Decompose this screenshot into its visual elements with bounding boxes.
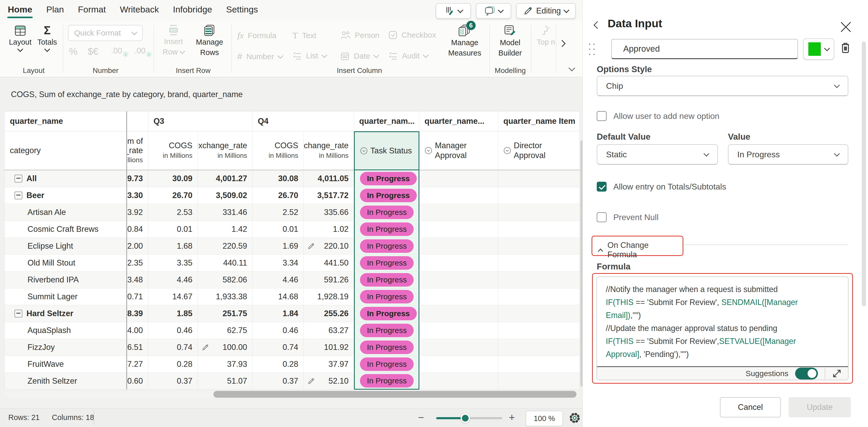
option-color-picker[interactable] — [803, 38, 834, 60]
row-label-all[interactable]: All — [5, 170, 127, 187]
cell-value[interactable]: 220.10 — [304, 238, 354, 255]
zoom-slider[interactable] — [436, 417, 502, 419]
status-header-task-status[interactable]: Task Status — [354, 131, 420, 170]
task-status-cell[interactable]: In Progress — [354, 238, 420, 255]
row-label-hard-seltzer[interactable]: Hard Seltzer — [5, 305, 127, 322]
hscroll-thumb[interactable] — [213, 391, 577, 398]
status-group-header[interactable]: quarter_name... — [420, 111, 498, 131]
manager-approval-cell[interactable] — [420, 255, 498, 272]
on-change-formula-toggle[interactable]: On Change Formula — [592, 236, 683, 263]
row-label-riverbend-ipa[interactable]: Riverbend IPA — [5, 272, 127, 288]
collapse-toggle[interactable] — [14, 310, 22, 317]
table-horizontal-scrollbar[interactable] — [4, 391, 579, 398]
zoom-in-button[interactable]: + — [509, 412, 515, 423]
row-label-fizzjoy[interactable]: FizzJoy — [5, 339, 127, 356]
table-settings-gear-icon[interactable] — [568, 411, 582, 425]
writeback-columns-button[interactable] — [436, 3, 471, 19]
menu-plan[interactable]: Plan — [45, 4, 64, 17]
status-header-manager-approval[interactable]: Manager Approval — [420, 131, 498, 170]
decrease-decimal-icon[interactable]: .00‹ — [111, 46, 128, 56]
allow-new-option-checkbox[interactable] — [597, 111, 607, 121]
manager-approval-cell[interactable] — [420, 238, 498, 255]
director-approval-cell[interactable] — [498, 339, 580, 356]
layout-button[interactable]: Layout — [8, 24, 33, 52]
director-approval-cell[interactable] — [498, 272, 580, 288]
close-icon[interactable] — [840, 20, 851, 31]
group-header-Q4[interactable]: Q4 — [253, 111, 354, 131]
back-chevron-icon[interactable] — [595, 22, 600, 29]
increase-decimal-icon[interactable]: .00› — [134, 46, 152, 56]
zoom-slider-thumb[interactable] — [461, 414, 470, 423]
row-label-fruitwave[interactable]: FruitWave — [5, 356, 127, 373]
row-label-eclipse-light[interactable]: Eclipse Light — [5, 238, 127, 255]
manager-approval-cell[interactable] — [420, 187, 498, 204]
model-builder-button[interactable]: Model Builder — [493, 24, 527, 58]
status-group-header[interactable]: quarter_name Item — [498, 111, 580, 131]
menu-format[interactable]: Format — [78, 4, 106, 17]
task-status-cell[interactable]: In Progress — [354, 221, 420, 238]
manager-approval-cell[interactable] — [420, 288, 498, 305]
ribbon-collapse-button[interactable] — [569, 66, 574, 72]
suggestions-toggle[interactable] — [795, 368, 818, 379]
options-style-select[interactable]: Chip — [597, 76, 848, 96]
task-status-cell[interactable]: In Progress — [354, 255, 420, 272]
task-status-cell[interactable]: In Progress — [354, 204, 420, 221]
director-approval-cell[interactable] — [498, 305, 580, 322]
zoom-out-button[interactable]: − — [418, 412, 424, 423]
director-approval-cell[interactable] — [498, 170, 580, 187]
director-approval-cell[interactable] — [498, 356, 580, 373]
manager-approval-cell[interactable] — [420, 356, 498, 373]
director-approval-cell[interactable] — [498, 238, 580, 255]
director-approval-cell[interactable] — [498, 373, 580, 390]
row-label-summit-lager[interactable]: Summit Lager — [5, 288, 127, 305]
option-value-input[interactable]: Approved — [611, 39, 798, 59]
option-drag-handle[interactable] — [589, 44, 596, 57]
director-approval-cell[interactable] — [498, 187, 580, 204]
group-header-Q3[interactable]: Q3 — [148, 111, 253, 131]
panel-scrollbar[interactable] — [862, 41, 866, 306]
row-label-artisan-ale[interactable]: Artisan Ale — [5, 204, 127, 221]
collapse-toggle[interactable] — [14, 192, 22, 199]
formula-editor[interactable]: //Notify the manager when a request is s… — [596, 277, 848, 380]
row-label-zenith-seltzer[interactable]: Zenith Seltzer — [5, 373, 127, 390]
director-approval-cell[interactable] — [498, 288, 580, 305]
task-status-cell[interactable]: In Progress — [354, 170, 420, 187]
task-status-cell[interactable]: In Progress — [354, 305, 420, 322]
cell-value[interactable]: 52.10 — [304, 373, 354, 390]
manager-approval-cell[interactable] — [420, 204, 498, 221]
measure-header[interactable]: Sum of exchange_ratein Millions — [198, 131, 253, 170]
director-approval-cell[interactable] — [498, 322, 580, 339]
row-label-aquasplash[interactable]: AquaSplash — [5, 322, 127, 339]
zoom-level-box[interactable]: 100 % — [526, 411, 563, 426]
editing-mode-button[interactable]: Editing — [516, 3, 576, 19]
currency-format-icon[interactable]: $€ — [88, 46, 98, 57]
delete-option-trash-icon[interactable] — [839, 41, 851, 55]
status-header-director-approval[interactable]: Director Approval — [498, 131, 580, 170]
manager-approval-cell[interactable] — [420, 305, 498, 322]
category-header[interactable]: category — [5, 131, 127, 170]
row-label-old-mill-stout[interactable]: Old Mill Stout — [5, 255, 127, 272]
ribbon-more-button[interactable] — [560, 41, 565, 47]
corner-header[interactable]: quarter_name — [5, 111, 127, 131]
task-status-cell[interactable]: In Progress — [354, 356, 420, 373]
menu-writeback[interactable]: Writeback — [119, 4, 159, 17]
manager-approval-cell[interactable] — [420, 272, 498, 288]
quick-format-select[interactable]: Quick Format — [68, 25, 143, 41]
expand-formula-icon[interactable] — [832, 369, 842, 378]
director-approval-cell[interactable] — [498, 204, 580, 221]
menu-infobridge[interactable]: Infobridge — [173, 4, 213, 17]
clipped-measure-header[interactable]: Sum ofexchange_ratein Millions — [127, 131, 148, 170]
measure-header[interactable]: COGSin Millions — [253, 131, 304, 170]
task-status-cell[interactable]: In Progress — [354, 187, 420, 204]
task-status-cell[interactable]: In Progress — [354, 272, 420, 288]
manager-approval-cell[interactable] — [420, 373, 498, 390]
default-value-select[interactable]: Static — [597, 144, 718, 165]
manage-rows-button[interactable]: Manage Rows — [191, 24, 228, 57]
cancel-button[interactable]: Cancel — [720, 397, 781, 418]
collapse-toggle[interactable] — [14, 175, 22, 182]
task-status-cell[interactable]: In Progress — [354, 373, 420, 390]
update-button[interactable]: Update — [788, 397, 851, 418]
measure-header[interactable]: COGSin Millions — [148, 131, 198, 170]
task-status-cell[interactable]: In Progress — [354, 339, 420, 356]
manager-approval-cell[interactable] — [420, 170, 498, 187]
